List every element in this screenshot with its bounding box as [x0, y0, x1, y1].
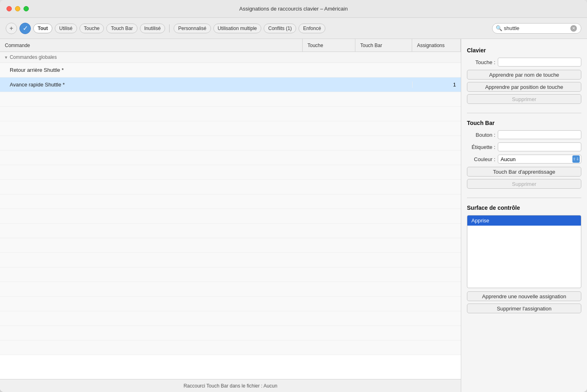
- empty-row: [0, 340, 461, 355]
- bottom-buttons: Apprendre une nouvelle assignation Suppr…: [467, 291, 581, 313]
- bouton-label: Bouton :: [467, 132, 495, 138]
- empty-row: [0, 238, 461, 253]
- minimize-button[interactable]: [15, 6, 20, 11]
- empty-row: [0, 121, 461, 136]
- empty-row: [0, 253, 461, 267]
- empty-row: [0, 326, 461, 340]
- toggle-button[interactable]: ✓: [19, 23, 31, 34]
- touchbar-section: Touch Bar Bouton : Étiquette : Couleur :…: [467, 118, 581, 191]
- couleur-row: Couleur : Aucun Rouge Vert Bleu Jaune ⇧⇩: [467, 155, 581, 164]
- filter-enfonce[interactable]: Enfoncé: [299, 24, 325, 33]
- filter-tout[interactable]: Tout: [33, 24, 52, 33]
- empty-row: [0, 107, 461, 121]
- surface-item-apprise[interactable]: Apprise: [467, 215, 581, 226]
- group-header-label: Commandes globales: [10, 54, 57, 60]
- clavier-title: Clavier: [467, 47, 581, 54]
- filter-inutilise[interactable]: Inutilisé: [140, 24, 166, 33]
- group-header: ▼ Commandes globales: [0, 52, 461, 63]
- row-commande-2: Avance rapide Shuttle *: [0, 82, 303, 88]
- touche-label: Touche :: [467, 59, 495, 65]
- status-bar: Raccourci Touch Bar dans le fichier : Au…: [0, 379, 461, 392]
- title-bar: Assignations de raccourcis clavier – Amé…: [0, 0, 587, 18]
- header-assignations: Assignations: [412, 39, 461, 52]
- separator-1: [169, 24, 170, 32]
- empty-row: [0, 180, 461, 194]
- traffic-lights: [6, 6, 29, 11]
- divider-1: [467, 113, 581, 113]
- left-panel: Commande Touche Touch Bar Assignations ▼…: [0, 39, 461, 392]
- table-row[interactable]: Avance rapide Shuttle * 1: [0, 78, 461, 92]
- couleur-select[interactable]: Aucun Rouge Vert Bleu Jaune: [498, 155, 581, 164]
- table-header: Commande Touche Touch Bar Assignations: [0, 39, 461, 52]
- filter-touchbar[interactable]: Touch Bar: [106, 24, 137, 33]
- surface-item[interactable]: [467, 226, 581, 237]
- couleur-select-wrapper: Aucun Rouge Vert Bleu Jaune ⇧⇩: [498, 155, 581, 164]
- empty-row: [0, 136, 461, 151]
- search-box: 🔍 ✕: [492, 23, 581, 34]
- empty-row: [0, 165, 461, 180]
- row-commande-1: Retour arrière Shuttle *: [0, 67, 303, 73]
- apprendre-nom-button[interactable]: Apprendre par nom de touche: [467, 70, 581, 80]
- empty-row: [0, 311, 461, 326]
- header-touche: Touche: [303, 39, 355, 52]
- status-text: Raccourci Touch Bar dans le fichier : Au…: [183, 383, 277, 389]
- toolbar: + ✓ Tout Utilisé Touche Touch Bar Inutil…: [0, 18, 587, 39]
- surface-item[interactable]: [467, 271, 581, 282]
- table-row[interactable]: Retour arrière Shuttle *: [0, 63, 461, 78]
- search-input[interactable]: [504, 25, 569, 31]
- etiquette-input[interactable]: [498, 142, 581, 151]
- header-touchbar: Touch Bar: [355, 39, 412, 52]
- surface-item[interactable]: [467, 248, 581, 260]
- clavier-section: Clavier Touche : Apprendre par nom de to…: [467, 45, 581, 106]
- empty-row: [0, 151, 461, 165]
- search-clear-button[interactable]: ✕: [570, 25, 577, 32]
- row-assign-2: 1: [412, 82, 461, 88]
- bouton-row: Bouton :: [467, 130, 581, 139]
- group-arrow-icon: ▼: [4, 55, 8, 60]
- touche-input[interactable]: [498, 58, 581, 67]
- supprimer-touchbar-button[interactable]: Supprimer: [467, 179, 581, 189]
- surface-list: Apprise: [467, 215, 581, 288]
- search-icon: 🔍: [496, 25, 502, 31]
- maximize-button[interactable]: [24, 6, 29, 11]
- etiquette-label: Étiquette :: [467, 144, 495, 150]
- touchbar-title: Touch Bar: [467, 120, 581, 126]
- filter-personnalise[interactable]: Personnalisé: [174, 24, 211, 33]
- close-button[interactable]: [6, 6, 12, 11]
- couleur-label: Couleur :: [467, 156, 495, 162]
- plus-icon: +: [9, 25, 13, 32]
- divider-2: [467, 198, 581, 198]
- empty-row: [0, 297, 461, 311]
- empty-row: [0, 92, 461, 107]
- main-window: Assignations de raccourcis clavier – Amé…: [0, 0, 587, 392]
- empty-row: [0, 224, 461, 238]
- surface-item[interactable]: [467, 260, 581, 271]
- right-panel: Clavier Touche : Apprendre par nom de to…: [461, 39, 587, 392]
- surface-title: Surface de contrôle: [467, 205, 581, 211]
- supprimer-clavier-button[interactable]: Supprimer: [467, 94, 581, 104]
- filter-utilise[interactable]: Utilisé: [55, 24, 77, 33]
- touche-row: Touche :: [467, 58, 581, 67]
- apprendre-assignation-button[interactable]: Apprendre une nouvelle assignation: [467, 291, 581, 301]
- window-title: Assignations de raccourcis clavier – Amé…: [239, 6, 348, 12]
- supprimer-assignation-button[interactable]: Supprimer l'assignation: [467, 304, 581, 313]
- apprendre-pos-button[interactable]: Apprendre par position de touche: [467, 82, 581, 92]
- empty-row: [0, 267, 461, 282]
- main-content: Commande Touche Touch Bar Assignations ▼…: [0, 39, 587, 392]
- checkmark-icon: ✓: [23, 24, 28, 32]
- filter-conflits[interactable]: Conflits (1): [264, 24, 296, 33]
- touchbar-learning-button[interactable]: Touch Bar d'apprentissage: [467, 167, 581, 177]
- bouton-input[interactable]: [498, 130, 581, 139]
- empty-row: [0, 209, 461, 224]
- add-button[interactable]: +: [6, 23, 17, 34]
- surface-item[interactable]: [467, 237, 581, 248]
- surface-section: Surface de contrôle Apprise Apprendre un…: [467, 203, 581, 313]
- filter-utilisation-multiple[interactable]: Utilisation multiple: [213, 24, 262, 33]
- header-commande: Commande: [0, 39, 303, 52]
- etiquette-row: Étiquette :: [467, 142, 581, 151]
- table-body: ▼ Commandes globales Retour arrière Shut…: [0, 52, 461, 379]
- empty-row: [0, 282, 461, 297]
- filter-touche[interactable]: Touche: [80, 24, 104, 33]
- empty-row: [0, 194, 461, 209]
